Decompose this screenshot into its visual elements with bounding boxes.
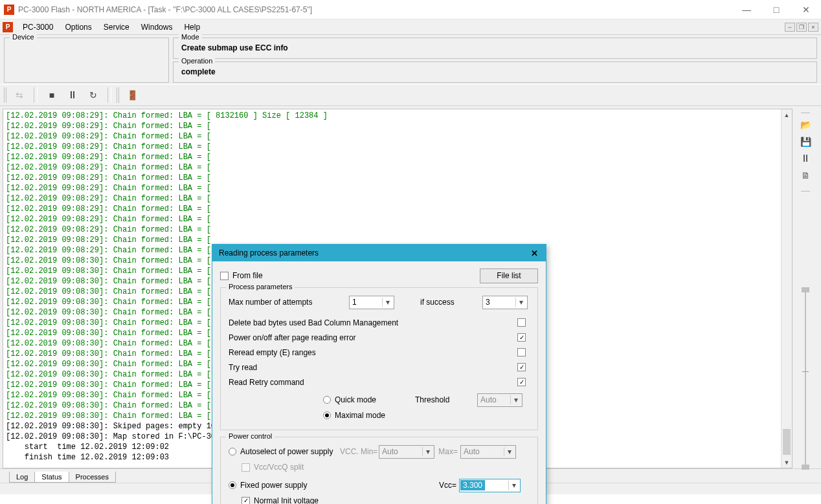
vcc-min-label: VCC. Min= bbox=[340, 447, 379, 456]
operation-value: complete bbox=[181, 67, 216, 76]
autoselect-radio[interactable] bbox=[229, 448, 236, 455]
app-icon-small: P bbox=[3, 22, 13, 32]
tab-log[interactable]: Log bbox=[9, 472, 35, 483]
slider-tick bbox=[802, 371, 809, 372]
device-legend: Device bbox=[10, 33, 37, 41]
if-success-value: 3 bbox=[486, 298, 490, 307]
vcc-min-value: Auto bbox=[382, 447, 398, 456]
side-toolbar: 📂 💾 ll 🗎 bbox=[793, 109, 818, 468]
side-open-icon[interactable]: 📂 bbox=[800, 120, 811, 130]
reading-params-dialog: Reading process parameters ✕ From file F… bbox=[212, 244, 546, 504]
max-attempts-combo[interactable]: 1 ▾ bbox=[349, 296, 394, 309]
vcc-split-label: Vcc/VccQ split bbox=[254, 463, 304, 472]
menu-service[interactable]: Service bbox=[98, 21, 135, 34]
tb-loop-button[interactable]: ↻ bbox=[84, 87, 102, 104]
vcc-split-checkbox bbox=[242, 463, 250, 472]
fixed-supply-label: Fixed power supply bbox=[240, 481, 434, 490]
close-button[interactable]: ✕ bbox=[791, 0, 821, 19]
log-scrollbar[interactable]: ▲ ▼ bbox=[781, 109, 792, 468]
window-title: PC-3000 Flash - NORTH AMERICA - [Task - … bbox=[18, 5, 732, 14]
max-attempts-label: Max number of attempts bbox=[229, 298, 349, 307]
maximal-mode-radio[interactable] bbox=[323, 411, 331, 419]
maximize-button[interactable]: □ bbox=[761, 0, 791, 19]
autoselect-label: Autoselect of power supply bbox=[240, 447, 340, 456]
tb-plug-icon: ⇆ bbox=[10, 87, 28, 104]
mode-value: Create submap use ECC info bbox=[181, 43, 288, 52]
side-export-icon[interactable]: 🗎 bbox=[800, 170, 811, 181]
power-control-legend: Power control bbox=[226, 432, 275, 440]
minimize-button[interactable]: — bbox=[732, 0, 761, 19]
power-control-fieldset: Power control Autoselect of power supply… bbox=[220, 437, 538, 504]
chevron-down-icon: ▾ bbox=[515, 298, 526, 307]
from-file-checkbox[interactable] bbox=[220, 272, 229, 280]
operation-legend: Operation bbox=[179, 57, 215, 65]
opt-reread-label: Reread empty (E) ranges bbox=[229, 348, 517, 357]
max-attempts-value: 1 bbox=[352, 298, 357, 307]
from-file-label: From file bbox=[232, 271, 263, 280]
opt-tryread-checkbox[interactable] bbox=[517, 363, 526, 371]
toolbar-grip[interactable] bbox=[4, 87, 8, 103]
file-list-button[interactable]: File list bbox=[480, 268, 538, 283]
opt-power-label: Power on/off after page reading error bbox=[229, 333, 517, 342]
mdi-minimize-button[interactable]: – bbox=[785, 23, 795, 32]
mdi-close-button[interactable]: × bbox=[808, 23, 818, 32]
opt-delete-checkbox[interactable] bbox=[517, 318, 526, 327]
opt-reread-checkbox[interactable] bbox=[517, 348, 526, 356]
menu-windows[interactable]: Windows bbox=[135, 21, 179, 34]
app-icon: P bbox=[4, 5, 14, 15]
threshold-label: Threshold bbox=[415, 395, 477, 404]
dialog-title: Reading process parameters bbox=[219, 248, 319, 257]
opt-readretry-label: Read Retry command bbox=[229, 378, 517, 387]
side-sep bbox=[801, 191, 810, 192]
process-parameters-legend: Process parameters bbox=[226, 283, 295, 290]
toolbar-separator bbox=[34, 87, 38, 103]
menubar: P PC-3000 Options Service Windows Help –… bbox=[0, 19, 821, 35]
opt-power-checkbox[interactable] bbox=[517, 333, 526, 342]
menu-options[interactable]: Options bbox=[59, 21, 97, 34]
scroll-down-icon[interactable]: ▼ bbox=[782, 457, 792, 468]
menu-pc3000[interactable]: PC-3000 bbox=[17, 21, 59, 34]
vcc-value: 3.300 bbox=[460, 480, 485, 490]
side-save-icon[interactable]: 💾 bbox=[800, 137, 811, 147]
if-success-label: if success bbox=[420, 298, 482, 307]
opt-tryread-label: Try read bbox=[229, 363, 517, 372]
tb-exit-icon: 🚪 bbox=[123, 87, 141, 104]
vcc-combo[interactable]: 3.300 ▾ bbox=[459, 479, 521, 492]
chevron-down-icon: ▾ bbox=[382, 298, 392, 307]
side-sep bbox=[801, 113, 810, 113]
maximal-mode-label: Maximal mode bbox=[335, 411, 385, 420]
toolbar-grip[interactable] bbox=[117, 87, 120, 103]
scroll-up-icon[interactable]: ▲ bbox=[782, 109, 792, 120]
max-label: Max= bbox=[434, 447, 460, 456]
if-success-combo[interactable]: 3 ▾ bbox=[482, 296, 528, 309]
tb-pause-button[interactable]: ll bbox=[63, 87, 82, 104]
normal-init-checkbox[interactable] bbox=[242, 497, 250, 505]
side-slider[interactable] bbox=[800, 287, 811, 468]
tb-stop-button[interactable]: ■ bbox=[43, 87, 61, 104]
scroll-thumb[interactable] bbox=[783, 429, 791, 455]
normal-init-label: Normal Init voltage bbox=[254, 496, 319, 504]
chevron-down-icon: ▾ bbox=[504, 447, 514, 456]
dialog-close-icon[interactable]: ✕ bbox=[526, 248, 542, 258]
quick-mode-radio[interactable] bbox=[323, 396, 331, 404]
chevron-down-icon: ▾ bbox=[510, 395, 521, 404]
vcc-min-combo: Auto ▾ bbox=[379, 445, 434, 459]
fixed-supply-radio[interactable] bbox=[229, 481, 236, 489]
max-value: Auto bbox=[464, 447, 480, 456]
toolbar-separator bbox=[107, 87, 111, 103]
device-panel: Device bbox=[4, 38, 169, 83]
toolbar: ⇆ ■ ll ↻ 🚪 bbox=[0, 84, 821, 106]
window-titlebar: P PC-3000 Flash - NORTH AMERICA - [Task … bbox=[0, 0, 821, 19]
opt-delete-label: Delete bad bytes used Bad Column Managem… bbox=[229, 318, 517, 327]
tab-processes[interactable]: Processes bbox=[69, 472, 116, 483]
mdi-restore-button[interactable]: ❐ bbox=[796, 23, 807, 32]
menu-help[interactable]: Help bbox=[178, 21, 206, 34]
chevron-down-icon: ▾ bbox=[508, 481, 519, 490]
process-parameters-fieldset: Process parameters Max number of attempt… bbox=[220, 287, 538, 430]
mode-panel: Mode Create submap use ECC info bbox=[173, 38, 817, 59]
tab-status[interactable]: Status bbox=[34, 472, 69, 483]
dialog-titlebar[interactable]: Reading process parameters ✕ bbox=[212, 245, 546, 261]
side-pause-icon[interactable]: ll bbox=[800, 153, 811, 164]
opt-readretry-checkbox[interactable] bbox=[517, 378, 526, 386]
operation-panel: Operation complete bbox=[173, 61, 817, 83]
